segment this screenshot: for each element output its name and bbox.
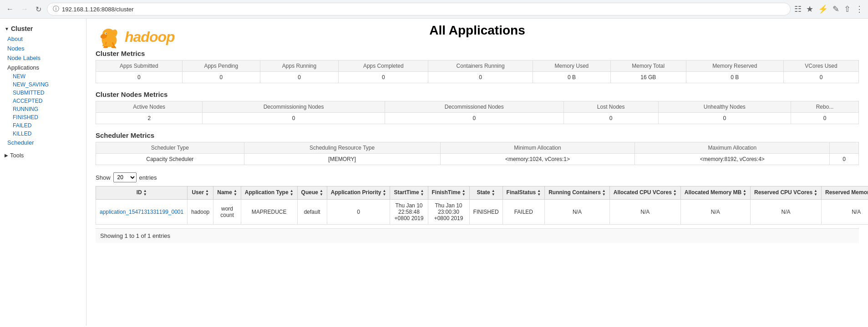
browser-actions: ☷ ★ ⚡ ✎ ⇧ ⋮: [794, 4, 863, 14]
cluster-metrics-value: 0 B: [533, 72, 610, 83]
table-cell: N/A: [822, 200, 868, 225]
sidebar: ▼ Cluster About Nodes Node Labels Applic…: [0, 19, 86, 326]
apps-col-allocated-memory-mb[interactable]: Allocated Memory MB▲▼: [680, 186, 750, 200]
entries-select[interactable]: 10202550100: [113, 172, 137, 182]
address-bar[interactable]: ⓘ 192.168.1.126:8088/cluster: [47, 3, 791, 15]
cluster-metrics-col: VCores Used: [784, 60, 859, 72]
apps-col-reserved-cpu-vcores[interactable]: Reserved CPU VCores▲▼: [751, 186, 822, 200]
table-cell: application_1547131331199_0001: [96, 200, 188, 225]
main-content: hadoop All Applications Cluster Metrics …: [86, 19, 868, 326]
sidebar-sub-item-accepted[interactable]: ACCEPTED: [0, 97, 86, 105]
browser-chrome: ← → ↻ ⓘ 192.168.1.126:8088/cluster ☷ ★ ⚡…: [0, 0, 868, 19]
share-icon[interactable]: ⇧: [844, 4, 851, 14]
bookmark-list-icon[interactable]: ☷: [794, 4, 802, 14]
sort-icon: ▲▼: [320, 189, 323, 196]
cluster-nodes-col: Decommissioned Nodes: [385, 101, 563, 113]
table-cell: Thu Jan 10 22:58:48 +0800 2019: [390, 200, 428, 225]
cluster-nodes-value: 2: [96, 113, 203, 124]
apps-col-starttime[interactable]: StartTime▲▼: [390, 186, 428, 200]
apps-col-running-containers[interactable]: Running Containers▲▼: [545, 186, 610, 200]
sidebar-sub-item-new-saving[interactable]: NEW_SAVING: [0, 80, 86, 89]
scheduler-value: Capacity Scheduler: [96, 154, 244, 165]
apps-col-allocated-cpu-vcores[interactable]: Allocated CPU VCores▲▼: [609, 186, 680, 200]
cluster-metrics-value: 0: [96, 72, 183, 83]
table-cell: N/A: [680, 200, 750, 225]
cluster-toggle[interactable]: ▼ Cluster: [0, 23, 86, 34]
cluster-metrics-value: 16 GB: [610, 72, 686, 83]
logo-container: hadoop: [96, 23, 175, 50]
account-icon[interactable]: ✎: [832, 4, 839, 14]
sidebar-item-about[interactable]: About: [0, 34, 86, 44]
cluster-metrics-col: Apps Completed: [339, 60, 428, 72]
table-cell: default: [297, 200, 327, 225]
applications-table: ID▲▼User▲▼Name▲▼Application Type▲▼Queue▲…: [96, 186, 868, 225]
url-text: 192.168.1.126:8088/cluster: [62, 6, 134, 13]
scheduler-metrics-table: Scheduler TypeScheduling Resource TypeMi…: [96, 142, 859, 165]
cluster-nodes-col: Rebo...: [791, 101, 859, 113]
svg-point-7: [104, 46, 108, 48]
tools-arrow-icon: ▶: [5, 153, 8, 158]
sidebar-item-nodes[interactable]: Nodes: [0, 44, 86, 53]
svg-point-8: [112, 46, 116, 48]
cluster-metrics-value: 0 B: [686, 72, 784, 83]
scheduler-value: [MEMORY]: [244, 154, 440, 165]
sort-icon: ▲▼: [462, 189, 466, 196]
table-cell: Thu Jan 10 23:00:30 +0800 2019: [428, 200, 469, 225]
cluster-metrics-col: Memory Total: [610, 60, 686, 72]
sidebar-sub-item-failed[interactable]: FAILED: [0, 121, 86, 130]
apps-col-id[interactable]: ID▲▼: [96, 186, 188, 200]
menu-icon[interactable]: ⋮: [855, 4, 863, 14]
sidebar-sub-item-submitted[interactable]: SUBMITTED: [0, 89, 86, 97]
cluster-nodes-value: 0: [791, 113, 859, 124]
cluster-label: Cluster: [11, 25, 33, 32]
scheduler-extra-value: 0: [830, 154, 859, 165]
cluster-metrics-col: Apps Pending: [182, 60, 260, 72]
cluster-metrics-col: Apps Submitted: [96, 60, 183, 72]
apps-col-reserved-memory-mb[interactable]: Reserved Memory MB▲▼: [822, 186, 868, 200]
scheduler-col: Scheduling Resource Type: [244, 142, 440, 154]
svg-point-5: [106, 33, 107, 34]
apps-col-application-type[interactable]: Application Type▲▼: [241, 186, 297, 200]
apps-col-state[interactable]: State▲▼: [469, 186, 503, 200]
table-cell: MAPREDUCE: [241, 200, 297, 225]
sidebar-item-node-labels[interactable]: Node Labels: [0, 53, 86, 63]
cluster-arrow-icon: ▼: [5, 26, 9, 31]
extensions-icon[interactable]: ⚡: [818, 4, 828, 14]
app-id-link[interactable]: application_1547131331199_0001: [100, 209, 183, 215]
apps-col-finalstatus[interactable]: FinalStatus▲▼: [503, 186, 545, 200]
back-button[interactable]: ←: [5, 3, 15, 15]
tools-toggle[interactable]: ▶ Tools: [0, 150, 86, 161]
cluster-section: ▼ Cluster About Nodes Node Labels Applic…: [0, 23, 86, 147]
cluster-metrics-col: Apps Running: [260, 60, 338, 72]
cluster-metrics-table: Apps SubmittedApps PendingApps RunningAp…: [96, 60, 859, 83]
info-icon: ⓘ: [53, 5, 59, 13]
sidebar-item-scheduler[interactable]: Scheduler: [0, 138, 86, 147]
apps-col-finishtime[interactable]: FinishTime▲▼: [428, 186, 469, 200]
sidebar-sub-item-finished[interactable]: FINISHED: [0, 113, 86, 121]
sidebar-sub-item-running[interactable]: RUNNING: [0, 105, 86, 113]
sidebar-sub-item-new[interactable]: NEW: [0, 72, 86, 80]
show-entries-control: Show 10202550100 entries: [96, 172, 859, 182]
apps-col-application-priority[interactable]: Application Priority▲▼: [327, 186, 390, 200]
hadoop-logo-text: hadoop: [125, 29, 175, 45]
applications-label: Applications: [0, 63, 86, 72]
bookmark-icon[interactable]: ★: [806, 4, 813, 14]
sort-icon: ▲▼: [205, 189, 209, 196]
cluster-nodes-value: 0: [385, 113, 563, 124]
apps-col-user[interactable]: User▲▼: [188, 186, 213, 200]
show-label: Show: [96, 174, 111, 181]
cluster-nodes-col: Unhealthy Nodes: [658, 101, 791, 113]
sort-icon: ▲▼: [814, 189, 817, 196]
sort-icon: ▲▼: [537, 189, 541, 196]
reload-button[interactable]: ↻: [34, 3, 43, 15]
forward-button[interactable]: →: [19, 3, 30, 15]
sidebar-sub-item-killed[interactable]: KILLED: [0, 130, 86, 138]
table-cell: N/A: [545, 200, 610, 225]
apps-col-queue[interactable]: Queue▲▼: [297, 186, 327, 200]
cluster-nodes-metrics-table: Active NodesDecommissioning NodesDecommi…: [96, 101, 859, 124]
cluster-metrics-value: 0: [784, 72, 859, 83]
cluster-metrics-col: Memory Reserved: [686, 60, 784, 72]
tools-label: Tools: [10, 152, 24, 159]
table-cell: N/A: [609, 200, 680, 225]
apps-col-name[interactable]: Name▲▼: [213, 186, 241, 200]
